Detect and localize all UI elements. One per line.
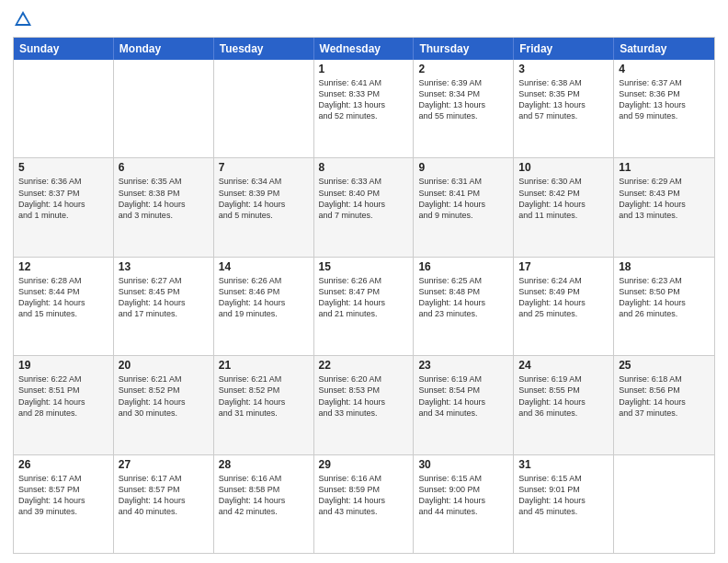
day-number: 27 — [119, 458, 209, 471]
day-info: Sunrise: 6:38 AM Sunset: 8:35 PM Dayligh… — [518, 77, 609, 122]
day-number: 30 — [418, 458, 508, 471]
day-number: 5 — [18, 161, 108, 174]
day-info: Sunrise: 6:15 AM Sunset: 9:00 PM Dayligh… — [418, 473, 508, 518]
day-info: Sunrise: 6:23 AM Sunset: 8:50 PM Dayligh… — [619, 275, 710, 320]
day-info: Sunrise: 6:28 AM Sunset: 8:44 PM Dayligh… — [18, 275, 108, 320]
day-info: Sunrise: 6:22 AM Sunset: 8:51 PM Dayligh… — [18, 373, 108, 419]
day-info: Sunrise: 6:27 AM Sunset: 8:45 PM Dayligh… — [119, 275, 209, 320]
calendar-cell: 31Sunrise: 6:15 AM Sunset: 9:01 PM Dayli… — [514, 455, 614, 553]
calendar-cell: 30Sunrise: 6:15 AM Sunset: 9:00 PM Dayli… — [414, 455, 514, 553]
day-number: 2 — [418, 63, 508, 75]
calendar-cell: 22Sunrise: 6:20 AM Sunset: 8:53 PM Dayli… — [314, 356, 415, 454]
day-number: 24 — [518, 359, 609, 372]
calendar-week-1: 5Sunrise: 6:36 AM Sunset: 8:37 PM Daylig… — [14, 158, 714, 257]
day-number: 10 — [518, 161, 609, 174]
header-day-thursday: Thursday — [414, 38, 514, 60]
day-info: Sunrise: 6:20 AM Sunset: 8:53 PM Dayligh… — [319, 373, 409, 419]
calendar-cell: 7Sunrise: 6:34 AM Sunset: 8:39 PM Daylig… — [214, 158, 314, 256]
day-info: Sunrise: 6:25 AM Sunset: 8:48 PM Dayligh… — [418, 275, 508, 320]
calendar-cell: 21Sunrise: 6:21 AM Sunset: 8:52 PM Dayli… — [214, 356, 314, 454]
calendar-cell: 13Sunrise: 6:27 AM Sunset: 8:45 PM Dayli… — [114, 258, 214, 355]
calendar-week-0: 1Sunrise: 6:41 AM Sunset: 8:33 PM Daylig… — [14, 60, 714, 158]
day-number: 25 — [619, 359, 710, 372]
day-number: 22 — [319, 359, 409, 372]
calendar-cell — [614, 455, 714, 553]
calendar-cell: 4Sunrise: 6:37 AM Sunset: 8:36 PM Daylig… — [614, 60, 714, 157]
calendar-cell: 24Sunrise: 6:19 AM Sunset: 8:55 PM Dayli… — [514, 356, 614, 454]
day-number: 6 — [119, 161, 209, 174]
calendar-cell: 14Sunrise: 6:26 AM Sunset: 8:46 PM Dayli… — [214, 258, 314, 355]
calendar-cell: 15Sunrise: 6:26 AM Sunset: 8:47 PM Dayli… — [314, 258, 415, 355]
calendar-cell: 10Sunrise: 6:30 AM Sunset: 8:42 PM Dayli… — [514, 158, 614, 256]
calendar-cell: 18Sunrise: 6:23 AM Sunset: 8:50 PM Dayli… — [614, 258, 714, 355]
calendar-week-2: 12Sunrise: 6:28 AM Sunset: 8:44 PM Dayli… — [14, 258, 714, 356]
day-number: 29 — [319, 458, 409, 471]
day-number: 1 — [319, 63, 409, 75]
calendar-cell: 11Sunrise: 6:29 AM Sunset: 8:43 PM Dayli… — [614, 158, 714, 256]
day-number: 8 — [319, 161, 409, 174]
day-info: Sunrise: 6:19 AM Sunset: 8:55 PM Dayligh… — [518, 373, 609, 419]
day-info: Sunrise: 6:35 AM Sunset: 8:38 PM Dayligh… — [119, 176, 209, 221]
calendar-cell: 1Sunrise: 6:41 AM Sunset: 8:33 PM Daylig… — [314, 60, 415, 157]
day-number: 23 — [418, 359, 508, 372]
day-info: Sunrise: 6:31 AM Sunset: 8:41 PM Dayligh… — [418, 176, 508, 221]
day-number: 13 — [119, 260, 209, 273]
day-info: Sunrise: 6:29 AM Sunset: 8:43 PM Dayligh… — [619, 176, 710, 221]
logo-icon — [13, 9, 33, 29]
day-number: 31 — [518, 458, 609, 471]
calendar-cell — [114, 60, 214, 157]
day-number: 9 — [418, 161, 508, 174]
day-number: 7 — [219, 161, 309, 174]
day-info: Sunrise: 6:39 AM Sunset: 8:34 PM Dayligh… — [418, 77, 508, 122]
day-info: Sunrise: 6:26 AM Sunset: 8:47 PM Dayligh… — [319, 275, 409, 320]
day-info: Sunrise: 6:37 AM Sunset: 8:36 PM Dayligh… — [619, 77, 710, 122]
day-number: 21 — [219, 359, 309, 372]
header-day-monday: Monday — [114, 38, 214, 60]
day-info: Sunrise: 6:16 AM Sunset: 8:58 PM Dayligh… — [219, 473, 309, 518]
calendar-cell — [214, 60, 314, 157]
header-day-sunday: Sunday — [14, 38, 114, 60]
calendar-cell — [14, 60, 114, 157]
day-number: 14 — [219, 260, 309, 273]
calendar: SundayMondayTuesdayWednesdayThursdayFrid… — [13, 37, 715, 554]
day-info: Sunrise: 6:26 AM Sunset: 8:46 PM Dayligh… — [219, 275, 309, 320]
calendar-cell: 20Sunrise: 6:21 AM Sunset: 8:52 PM Dayli… — [114, 356, 214, 454]
day-info: Sunrise: 6:19 AM Sunset: 8:54 PM Dayligh… — [418, 373, 508, 419]
calendar-cell: 8Sunrise: 6:33 AM Sunset: 8:40 PM Daylig… — [314, 158, 415, 256]
calendar-cell: 2Sunrise: 6:39 AM Sunset: 8:34 PM Daylig… — [414, 60, 514, 157]
calendar-cell: 9Sunrise: 6:31 AM Sunset: 8:41 PM Daylig… — [414, 158, 514, 256]
calendar-cell: 19Sunrise: 6:22 AM Sunset: 8:51 PM Dayli… — [14, 356, 114, 454]
day-info: Sunrise: 6:21 AM Sunset: 8:52 PM Dayligh… — [219, 373, 309, 419]
day-info: Sunrise: 6:17 AM Sunset: 8:57 PM Dayligh… — [18, 473, 108, 518]
day-number: 15 — [319, 260, 409, 273]
day-number: 3 — [518, 63, 609, 75]
day-info: Sunrise: 6:17 AM Sunset: 8:57 PM Dayligh… — [119, 473, 209, 518]
calendar-body: 1Sunrise: 6:41 AM Sunset: 8:33 PM Daylig… — [14, 60, 714, 553]
logo — [13, 9, 37, 29]
calendar-cell: 27Sunrise: 6:17 AM Sunset: 8:57 PM Dayli… — [114, 455, 214, 553]
day-info: Sunrise: 6:36 AM Sunset: 8:37 PM Dayligh… — [18, 176, 108, 221]
calendar-cell: 23Sunrise: 6:19 AM Sunset: 8:54 PM Dayli… — [414, 356, 514, 454]
day-info: Sunrise: 6:30 AM Sunset: 8:42 PM Dayligh… — [518, 176, 609, 221]
calendar-week-3: 19Sunrise: 6:22 AM Sunset: 8:51 PM Dayli… — [14, 356, 714, 454]
day-number: 16 — [418, 260, 508, 273]
header-day-saturday: Saturday — [614, 38, 714, 60]
header-day-wednesday: Wednesday — [314, 38, 415, 60]
day-number: 20 — [119, 359, 209, 372]
calendar-cell: 26Sunrise: 6:17 AM Sunset: 8:57 PM Dayli… — [14, 455, 114, 553]
calendar-cell: 3Sunrise: 6:38 AM Sunset: 8:35 PM Daylig… — [514, 60, 614, 157]
day-info: Sunrise: 6:33 AM Sunset: 8:40 PM Dayligh… — [319, 176, 409, 221]
calendar-cell: 29Sunrise: 6:16 AM Sunset: 8:59 PM Dayli… — [314, 455, 415, 553]
day-info: Sunrise: 6:21 AM Sunset: 8:52 PM Dayligh… — [119, 373, 209, 419]
day-info: Sunrise: 6:16 AM Sunset: 8:59 PM Dayligh… — [319, 473, 409, 518]
calendar-cell: 12Sunrise: 6:28 AM Sunset: 8:44 PM Dayli… — [14, 258, 114, 355]
calendar-cell: 28Sunrise: 6:16 AM Sunset: 8:58 PM Dayli… — [214, 455, 314, 553]
day-number: 12 — [18, 260, 108, 273]
page-container: SundayMondayTuesdayWednesdayThursdayFrid… — [0, 0, 728, 563]
day-number: 18 — [619, 260, 710, 273]
calendar-cell: 5Sunrise: 6:36 AM Sunset: 8:37 PM Daylig… — [14, 158, 114, 256]
day-number: 26 — [18, 458, 108, 471]
day-number: 19 — [18, 359, 108, 372]
header-day-tuesday: Tuesday — [214, 38, 314, 60]
calendar-header-row: SundayMondayTuesdayWednesdayThursdayFrid… — [14, 38, 714, 60]
